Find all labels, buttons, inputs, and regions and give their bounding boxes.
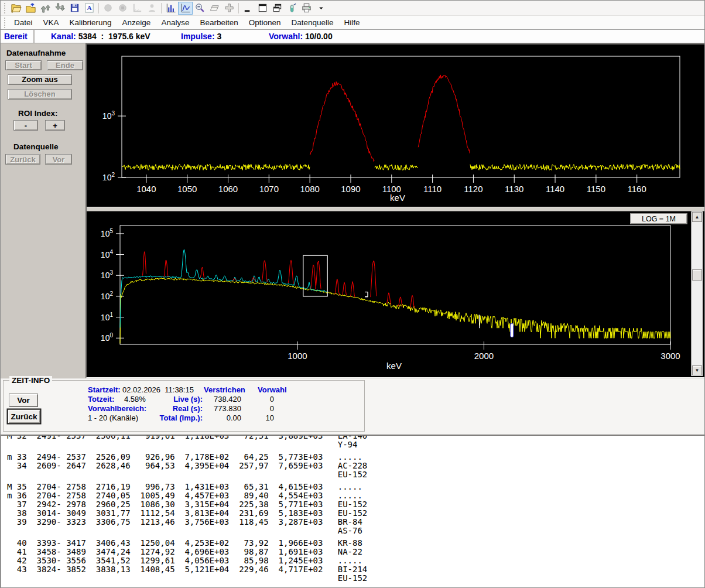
operator-icon[interactable]: [145, 2, 159, 15]
bar-chart-icon[interactable]: [163, 2, 178, 15]
vka-application-window: A DateiVKAKalibrierungAnzeigeAnalyseBear…: [0, 0, 705, 588]
peak-report-pane[interactable]: M 32 2491- 2537 2506,11 919,61 1,118E+03…: [1, 435, 704, 588]
statusbar: Bereit Kanal: 5384 : 1975.6 keV Impulse:…: [1, 29, 704, 43]
font-icon[interactable]: A: [82, 2, 97, 15]
main-area: Datenaufnahme Start Ende Zoom aus Lösche…: [1, 43, 704, 378]
menu-item-vka[interactable]: VKA: [38, 16, 64, 29]
toolbar-grip[interactable]: [4, 3, 6, 13]
total-value: 0.00: [207, 413, 241, 422]
scrollbar-thumb[interactable]: [692, 269, 702, 281]
log-scale-button[interactable]: LOG = 1M: [630, 213, 687, 224]
menu-item-bearbeiten[interactable]: Bearbeiten: [194, 16, 243, 29]
status-kanal: Kanal: 5384 : 1975.6 keV: [51, 32, 150, 41]
move-up-icon[interactable]: [38, 2, 53, 15]
datenaufnahme-label: Datenaufnahme: [6, 49, 85, 57]
zoom-aus-button[interactable]: Zoom aus: [8, 74, 72, 85]
vorwahl-header: Vorwahl: [258, 385, 287, 394]
zeit-info-strip: ZEIT-INFO Vor Zurück Startzeit: 02.02.20…: [1, 378, 704, 435]
menu-item-optionen[interactable]: Optionen: [244, 16, 286, 29]
live-vorwahl-value: 0: [255, 395, 274, 404]
svg-text:1050: 1050: [177, 184, 197, 194]
print-icon[interactable]: [299, 2, 314, 15]
real-vorwahl-value: 0: [255, 404, 274, 413]
menu-item-anzeige[interactable]: Anzeige: [117, 16, 156, 29]
toolbar-separator: [161, 3, 162, 13]
menu-item-kalibrierung[interactable]: Kalibrierung: [64, 16, 117, 29]
add-icon[interactable]: [222, 2, 237, 15]
datenquelle-vor-button[interactable]: Vor: [45, 154, 72, 165]
svg-text:1150: 1150: [587, 184, 605, 194]
total-label: Total (Imp.):: [152, 413, 203, 422]
status-fields: Kanal: 5384 : 1975.6 keV Impulse: 3 Vorw…: [35, 30, 704, 43]
control-panel: Datenaufnahme Start Ende Zoom aus Lösche…: [1, 43, 85, 378]
menu-item-datenquelle[interactable]: Datenquelle: [286, 16, 339, 29]
save-icon[interactable]: [67, 2, 82, 15]
menu-item-analyse[interactable]: Analyse: [156, 16, 194, 29]
vorwahlbereich-label: Vorwahlbereich:: [88, 404, 146, 413]
zeit-zurueck-button[interactable]: Zurück: [8, 409, 40, 423]
startzeit-label: Startzeit:: [88, 385, 121, 394]
minimize-icon[interactable]: [241, 2, 255, 15]
live-label: Live (s):: [166, 395, 203, 404]
real-value: 773.830: [207, 404, 241, 413]
datenquelle-label: Datenquelle: [13, 142, 85, 151]
chart-divider[interactable]: [87, 207, 704, 211]
import-folder-icon[interactable]: [23, 2, 38, 15]
menubar-grip[interactable]: [4, 18, 6, 28]
svg-text:1000: 1000: [288, 351, 307, 361]
zoom-out-icon[interactable]: [193, 2, 207, 15]
zoom-spectrum-chart[interactable]: 1040105010601070108010901100111011201130…: [87, 45, 704, 207]
open-file-icon[interactable]: [9, 2, 23, 15]
zeit-info-groupbox: ZEIT-INFO Vor Zurück Startzeit: 02.02.20…: [3, 380, 365, 432]
svg-text:1130: 1130: [505, 184, 523, 194]
svg-text:3000: 3000: [660, 351, 680, 361]
svg-text:2000: 2000: [474, 351, 494, 361]
vertical-scrollbar[interactable]: ▲ ▼: [691, 211, 703, 376]
record-icon[interactable]: [101, 2, 115, 15]
start-button[interactable]: Start: [5, 60, 42, 70]
move-down-icon[interactable]: [53, 2, 67, 15]
svg-text:keV: keV: [390, 193, 405, 203]
maximize-icon[interactable]: [255, 2, 270, 15]
svg-text:1040: 1040: [136, 184, 156, 194]
loeschen-button[interactable]: Löschen: [8, 89, 72, 100]
more-icon[interactable]: [314, 2, 328, 15]
totzeit-label: Totzeit:: [88, 395, 114, 404]
svg-text:1110: 1110: [423, 184, 442, 194]
curve-chart-icon[interactable]: [178, 2, 193, 15]
toolbar-separator: [238, 3, 239, 13]
menu-item-datei[interactable]: Datei: [9, 16, 38, 29]
kanaele-value: 1 - 20 (Kanäle): [88, 413, 138, 422]
real-label: Real (s):: [166, 404, 203, 413]
svg-text:1060: 1060: [218, 184, 238, 194]
scroll-up-icon[interactable]: ▲: [692, 212, 702, 222]
verstrichen-header: Verstrichen: [204, 385, 245, 394]
status-ready: Bereit: [1, 30, 35, 43]
toolbar-separator: [98, 3, 99, 13]
svg-text:keV: keV: [386, 361, 402, 371]
zeit-info-title: ZEIT-INFO: [9, 376, 52, 385]
stop-icon[interactable]: [115, 2, 130, 15]
svg-text:1160: 1160: [628, 184, 646, 194]
menu-item-hilfe[interactable]: Hilfe: [339, 16, 365, 29]
zeit-vor-button[interactable]: Vor: [9, 394, 38, 407]
datenquelle-zurueck-button[interactable]: Zurück: [5, 154, 40, 165]
roi-minus-button[interactable]: -: [13, 120, 38, 131]
layers-icon[interactable]: [207, 2, 222, 15]
svg-text:1080: 1080: [300, 184, 319, 194]
sample-icon[interactable]: [285, 2, 299, 15]
roi-index-label: ROI Index:: [18, 109, 85, 118]
totzeit-value: 4.58%: [124, 395, 146, 404]
spectrum-display: 1040105010601070108010901100111011201130…: [85, 43, 705, 378]
scroll-down-icon[interactable]: ▼: [692, 365, 702, 375]
cascade-icon[interactable]: [270, 2, 285, 15]
toolbar: A: [1, 1, 704, 16]
peak-report-text: M 32 2491- 2537 2506,11 919,61 1,118E+03…: [1, 435, 704, 583]
full-spectrum-chart[interactable]: 100020003000keV100101102103104105 LOG = …: [87, 211, 704, 376]
svg-text:A: A: [87, 4, 92, 11]
status-impulse: Impulse: 3: [181, 32, 221, 41]
axes-icon[interactable]: [130, 2, 145, 15]
ende-button[interactable]: Ende: [47, 60, 83, 70]
roi-plus-button[interactable]: +: [45, 120, 65, 131]
menubar: DateiVKAKalibrierungAnzeigeAnalyseBearbe…: [1, 16, 704, 29]
